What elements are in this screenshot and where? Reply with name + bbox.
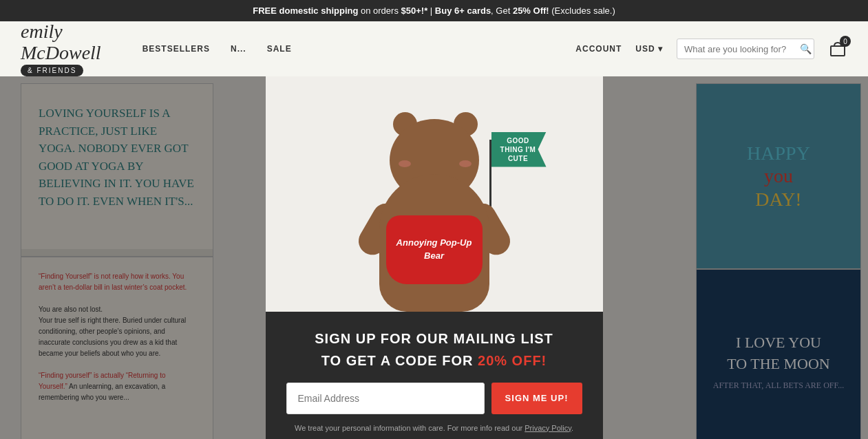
search-icon: 🔍 xyxy=(800,43,812,54)
shipping-text-bold: FREE domestic shipping xyxy=(253,6,358,16)
modal-subtitle-text: TO GET A CODE FOR xyxy=(321,353,474,368)
flag-banner: GOOD THING I'M CUTE xyxy=(491,132,547,167)
cheek-right xyxy=(459,160,472,167)
cart-icon[interactable]: 0 xyxy=(828,39,847,58)
search-input[interactable] xyxy=(684,44,800,54)
popup-modal: GOOD THING I'M CUTE xyxy=(266,76,603,439)
page-content: Loving yourself is a practice, just like… xyxy=(0,76,868,439)
modal-title-line2: TO GET A CODE FOR 20% OFF! xyxy=(286,351,582,370)
shipping-text: on orders xyxy=(358,6,401,16)
discount-text: 25% Off! xyxy=(513,6,549,16)
header: emilyMcDowell & FRIENDS BESTSELLERS N...… xyxy=(0,21,868,76)
nav-new[interactable]: N... xyxy=(231,44,246,54)
logo-main-text: emilyMcDowell xyxy=(21,21,101,64)
signup-button[interactable]: SIGN ME UP! xyxy=(491,383,582,414)
privacy-policy-link[interactable]: Privacy Policy xyxy=(525,424,571,432)
top-banner: FREE domestic shipping on orders $50+!* … xyxy=(0,0,868,21)
cards-offer-bold: Buy 6+ cards xyxy=(435,6,491,16)
modal-title-line1: SIGN UP FOR OUR MAILING LIST xyxy=(286,329,582,348)
modal-bottom: SIGN UP FOR OUR MAILING LIST TO GET A CO… xyxy=(266,312,603,440)
header-right: ACCOUNT USD ▾ 🔍 0 xyxy=(575,39,847,59)
cards-offer-text: , Get xyxy=(491,6,513,16)
logo-sub-text: & FRIENDS xyxy=(21,65,83,76)
shipping-amount: $50+!* xyxy=(401,6,428,16)
cart-count-badge: 0 xyxy=(840,36,851,47)
logo[interactable]: emilyMcDowell & FRIENDS xyxy=(21,21,101,77)
privacy-notice: We treat your personal information with … xyxy=(286,424,582,432)
cheek-left xyxy=(399,160,411,167)
search-bar[interactable]: 🔍 xyxy=(677,39,814,59)
svg-rect-0 xyxy=(831,46,845,56)
modal-form: SIGN ME UP! xyxy=(286,383,582,414)
bear-container: GOOD THING I'M CUTE xyxy=(266,76,603,312)
currency-selector[interactable]: USD ▾ xyxy=(635,44,663,54)
bear-shirt: Annoying Pop-Up Bear xyxy=(386,215,483,284)
email-field[interactable] xyxy=(286,383,485,414)
excludes-text: (Excludes sale.) xyxy=(549,6,615,16)
modal-image-area: GOOD THING I'M CUTE xyxy=(266,76,603,312)
nav-sale[interactable]: SALE xyxy=(267,44,292,54)
privacy-text: We treat your personal information with … xyxy=(295,424,522,432)
account-link[interactable]: ACCOUNT xyxy=(575,44,622,54)
privacy-period: . xyxy=(571,424,573,432)
banner-separator: | xyxy=(427,6,435,16)
modal-highlight: 20% OFF! xyxy=(478,353,547,368)
modal-overlay[interactable]: GOOD THING I'M CUTE xyxy=(0,76,868,439)
bear-shirt-text: Annoying Pop-Up Bear xyxy=(386,237,483,261)
nav-bestsellers[interactable]: BESTSELLERS xyxy=(142,44,210,54)
main-nav: BESTSELLERS N... SALE xyxy=(142,44,292,54)
